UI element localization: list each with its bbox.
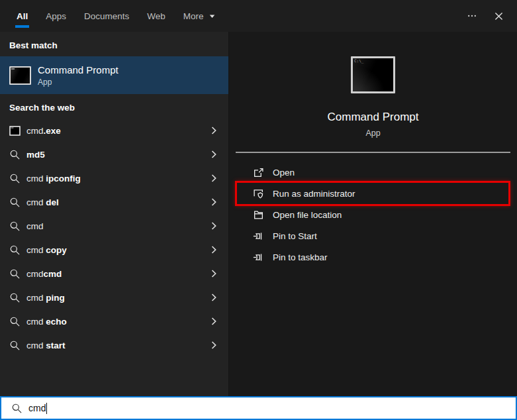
suggestion-text: cmd del [26, 197, 59, 207]
preview-app-type: App [365, 129, 380, 138]
chevron-right-icon[interactable] [209, 149, 219, 160]
suggestion-row[interactable]: cmdcmd [0, 262, 228, 286]
options-ellipsis-button[interactable] [459, 0, 485, 32]
file-location-icon [253, 209, 264, 221]
suggestion-text: cmd [26, 221, 44, 231]
open-icon [253, 167, 264, 178]
suggestion-text: cmd copy [26, 245, 67, 255]
pin-icon [253, 231, 264, 242]
text-caret [46, 403, 47, 414]
app-hero: C:\_ Command Prompt App [229, 32, 517, 138]
best-match-title: Command Prompt [38, 64, 118, 77]
suggestion-text: cmd start [26, 341, 66, 350]
search-input[interactable]: cmd [0, 396, 517, 420]
tab-more[interactable]: More [183, 0, 216, 32]
suggestion-row[interactable]: cmd del [0, 190, 228, 214]
topbar-icons [459, 0, 517, 32]
search-icon [9, 244, 21, 256]
ellipsis-icon [467, 11, 477, 21]
suggestion-row[interactable]: md5 [0, 142, 228, 166]
search-query-text: cmd [28, 403, 46, 413]
chevron-right-icon[interactable] [209, 316, 219, 327]
suggestion-row[interactable]: cmd copy [0, 238, 228, 262]
action-label: Open [273, 168, 295, 178]
filter-tabs: AllAppsDocumentsWebMore [0, 0, 234, 32]
action-pin-to-taskbar[interactable]: Pin to taskbar [237, 246, 508, 268]
search-icon [9, 316, 21, 327]
run-admin-icon [253, 188, 264, 199]
tab-all[interactable]: All [17, 0, 28, 32]
action-run-as-administrator[interactable]: Run as administrator [237, 183, 508, 204]
chevron-right-icon[interactable] [209, 197, 219, 207]
suggestion-text: cmd ipconfig [26, 174, 81, 184]
chevron-right-icon[interactable] [209, 340, 219, 350]
action-label: Run as administrator [273, 189, 355, 199]
suggestion-text: cmd ping [26, 293, 65, 303]
action-label: Open file location [273, 210, 342, 220]
suggestion-row[interactable]: cmd.exe [0, 119, 228, 142]
suggestion-text: md5 [26, 150, 45, 160]
action-label: Pin to taskbar [273, 252, 328, 262]
close-button[interactable] [485, 0, 512, 32]
search-icon [9, 173, 21, 184]
suggestion-row[interactable]: cmd start [0, 333, 228, 357]
windows-search-flyout: AllAppsDocumentsWebMore Best match Comma… [0, 0, 517, 420]
chevron-right-icon[interactable] [209, 268, 219, 279]
web-suggestions-list: cmd.exemd5cmd ipconfigcmd delcmdcmd copy… [0, 119, 228, 357]
command-prompt-icon [9, 66, 31, 85]
suggestion-row[interactable]: cmd ipconfig [0, 166, 228, 190]
search-filter-bar: AllAppsDocumentsWebMore [0, 0, 517, 32]
pin-icon [253, 252, 264, 263]
search-icon [9, 149, 21, 160]
best-match-result[interactable]: Command Prompt App [0, 56, 228, 94]
suggestion-row[interactable]: cmd ping [0, 286, 228, 309]
command-prompt-icon [9, 125, 21, 136]
context-actions-list: OpenRun as administratorOpen file locati… [237, 162, 508, 268]
chevron-right-icon[interactable] [209, 292, 219, 303]
preview-divider [236, 152, 510, 153]
preview-app-title: Command Prompt [328, 111, 419, 124]
search-results-panel: Best match Command Prompt App Search the… [0, 32, 228, 396]
action-pin-to-start[interactable]: Pin to Start [237, 225, 508, 246]
chevron-right-icon[interactable] [209, 125, 219, 136]
suggestion-row[interactable]: cmd echo [0, 309, 228, 333]
tab-documents[interactable]: Documents [84, 0, 129, 32]
chevron-right-icon[interactable] [209, 244, 219, 255]
search-icon [9, 197, 21, 208]
action-label: Pin to Start [273, 231, 317, 241]
command-prompt-large-icon: C:\_ [351, 56, 395, 93]
action-open-file-location[interactable]: Open file location [237, 204, 508, 225]
chevron-right-icon[interactable] [209, 221, 219, 231]
suggestion-text: cmdcmd [26, 269, 62, 279]
suggestion-text: cmd.exe [26, 126, 61, 136]
chevron-down-icon [209, 13, 216, 20]
result-preview-panel: C:\_ Command Prompt App OpenRun as admin… [228, 32, 517, 396]
search-icon [9, 268, 21, 280]
search-icon [9, 292, 21, 303]
search-icon [9, 340, 21, 351]
search-icon [11, 403, 23, 414]
chevron-right-icon[interactable] [209, 173, 219, 184]
tab-apps[interactable]: Apps [46, 0, 66, 32]
search-icon [9, 221, 21, 232]
best-match-subtitle: App [38, 77, 118, 87]
suggestion-row[interactable]: cmd [0, 214, 228, 238]
tab-web[interactable]: Web [147, 0, 165, 32]
suggestion-text: cmd echo [26, 317, 67, 327]
best-match-header: Best match [0, 32, 228, 56]
action-open[interactable]: Open [237, 162, 508, 183]
close-icon [493, 11, 504, 22]
search-the-web-header: Search the web [0, 94, 228, 119]
